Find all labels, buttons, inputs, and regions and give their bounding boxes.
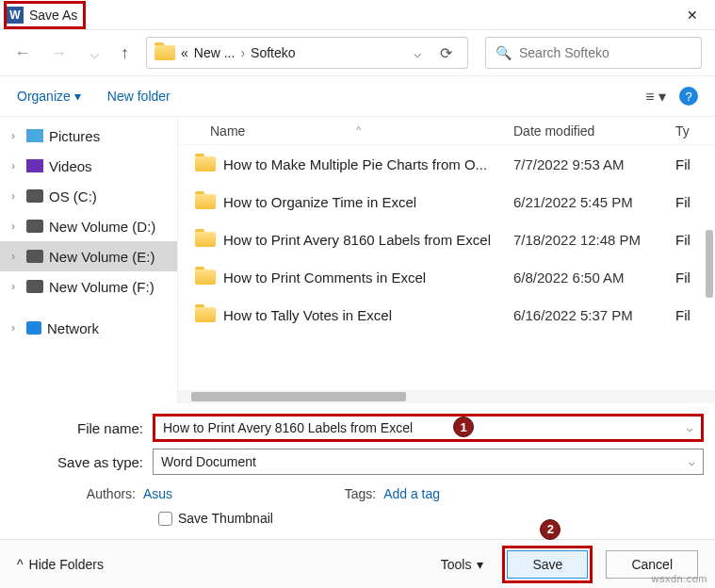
filename-input[interactable]: How to Print Avery 8160 Labels from Exce… <box>153 414 704 442</box>
file-list: How to Make Multiple Pie Charts from O..… <box>178 145 715 390</box>
folder-icon <box>195 307 216 322</box>
savetype-label: Save as type: <box>11 454 153 470</box>
titlebar: W Save As ✕ <box>0 0 715 30</box>
chevron-down-icon[interactable]: ⌵ <box>689 456 695 468</box>
search-box[interactable]: 🔍 <box>485 37 702 69</box>
table-row[interactable]: How to Print Comments in Excel6/8/2022 6… <box>178 258 715 296</box>
sidebar-item[interactable]: ›New Volume (F:) <box>0 271 177 302</box>
chevron-right-icon: › <box>11 280 21 293</box>
save-form: File name: How to Print Avery 8160 Label… <box>0 403 715 539</box>
authors-value[interactable]: Asus <box>143 486 172 501</box>
refresh-icon[interactable]: ⟳ <box>432 44 460 62</box>
drive-icon <box>26 321 41 335</box>
back-button[interactable]: ← <box>13 43 32 63</box>
watermark: wsxdn.com <box>651 573 707 584</box>
breadcrumb-dropdown[interactable]: ⌵ <box>408 45 427 60</box>
sidebar-item[interactable]: ›New Volume (D:) <box>0 211 177 241</box>
file-date: 6/21/2022 5:45 PM <box>513 194 675 210</box>
search-icon: 🔍 <box>496 45 512 60</box>
recent-dropdown[interactable]: ⌵ <box>85 42 104 63</box>
new-folder-button[interactable]: New folder <box>107 89 171 104</box>
save-button[interactable]: Save <box>507 550 588 579</box>
thumbnail-checkbox[interactable] <box>158 512 172 526</box>
help-icon[interactable]: ? <box>679 87 698 106</box>
view-options-button[interactable]: ≡ ▾ <box>645 88 666 106</box>
folder-icon <box>195 156 216 172</box>
sidebar-item-label: Videos <box>49 158 92 174</box>
up-button[interactable]: ↑ <box>121 43 129 63</box>
hide-folders-label: Hide Folders <box>29 557 104 572</box>
col-name[interactable]: Name <box>210 123 245 139</box>
file-type: Fil <box>675 270 702 286</box>
search-input[interactable] <box>519 45 691 60</box>
file-name: How to Print Avery 8160 Labels from Exce… <box>223 232 513 248</box>
file-date: 7/18/2022 12:48 PM <box>513 232 675 248</box>
v-scroll-thumb[interactable] <box>706 230 713 298</box>
breadcrumb[interactable]: « New ... › Softeko ⌵ ⟳ <box>146 37 468 69</box>
savetype-combo[interactable]: Word Document ⌵ <box>153 449 704 475</box>
folder-icon <box>154 45 175 60</box>
tags-value[interactable]: Add a tag <box>383 486 440 501</box>
chevron-right-icon: › <box>11 321 21 335</box>
sidebar-item[interactable]: ›New Volume (E:) <box>0 241 177 271</box>
main-split: ›Pictures›Videos›OS (C:)›New Volume (D:)… <box>0 117 715 403</box>
chevron-down-icon: ▾ <box>74 89 81 104</box>
file-date: 7/7/2022 9:53 AM <box>513 156 675 172</box>
footer: ^ Hide Folders Tools ▾ 2 Save Cancel <box>0 539 715 588</box>
chevron-right-icon: › <box>11 129 21 142</box>
column-header[interactable]: Name^ Date modified Ty <box>178 117 715 145</box>
drive-icon <box>26 129 43 142</box>
col-type[interactable]: Ty <box>675 123 702 139</box>
word-app-icon: W <box>7 7 24 24</box>
file-name: How to Organize Time in Excel <box>223 194 513 210</box>
title-highlight: W Save As <box>4 1 86 29</box>
sidebar-item-label: New Volume (F:) <box>49 279 154 295</box>
drive-icon <box>26 159 43 172</box>
drive-icon <box>26 280 43 293</box>
tags-label: Tags: <box>338 486 383 501</box>
drive-icon <box>26 220 43 233</box>
callout-2: 2 <box>540 519 561 540</box>
table-row[interactable]: How to Make Multiple Pie Charts from O..… <box>178 145 715 183</box>
h-scrollbar[interactable] <box>178 390 715 403</box>
organize-button[interactable]: Organize ▾ <box>17 89 81 104</box>
table-row[interactable]: How to Organize Time in Excel6/21/2022 5… <box>178 183 715 220</box>
thumbnail-label: Save Thumbnail <box>178 511 273 526</box>
sidebar-item[interactable]: ›Network <box>0 313 177 343</box>
chevron-right-icon: › <box>11 250 21 263</box>
file-date: 6/8/2022 6:50 AM <box>513 270 675 286</box>
chevron-down-icon: ▾ <box>477 557 483 572</box>
sidebar-item-label: New Volume (E:) <box>49 249 155 265</box>
tools-button[interactable]: Tools ▾ <box>441 557 484 572</box>
file-type: Fil <box>675 194 702 210</box>
window-title: Save As <box>29 8 77 23</box>
file-date: 6/16/2022 5:37 PM <box>513 307 675 323</box>
table-row[interactable]: How to Tally Votes in Excel6/16/2022 5:3… <box>178 296 715 334</box>
sidebar-item-label: New Volume (D:) <box>49 219 155 235</box>
folder-icon <box>195 270 216 285</box>
file-name: How to Print Comments in Excel <box>223 270 513 286</box>
breadcrumb-seg1[interactable]: New ... <box>194 45 236 60</box>
filename-value: How to Print Avery 8160 Labels from Exce… <box>163 420 413 435</box>
folder-icon <box>195 194 216 209</box>
hide-folders-button[interactable]: ^ Hide Folders <box>17 557 104 572</box>
sidebar-item[interactable]: ›Videos <box>0 151 177 181</box>
scroll-thumb[interactable] <box>191 392 406 401</box>
breadcrumb-seg2[interactable]: Softeko <box>251 45 295 60</box>
file-name: How to Make Multiple Pie Charts from O..… <box>223 156 513 172</box>
col-date[interactable]: Date modified <box>513 123 675 139</box>
forward-button[interactable]: → <box>49 43 68 63</box>
chevron-right-icon: › <box>11 189 21 203</box>
close-icon[interactable]: ✕ <box>679 4 706 26</box>
organize-label: Organize <box>17 89 71 104</box>
table-row[interactable]: How to Print Avery 8160 Labels from Exce… <box>178 220 715 258</box>
sidebar-item[interactable]: ›OS (C:) <box>0 181 177 211</box>
chevron-down-icon[interactable]: ⌵ <box>687 422 693 434</box>
file-type: Fil <box>675 156 702 172</box>
drive-icon <box>26 250 43 263</box>
folder-icon <box>195 232 216 247</box>
sidebar: ›Pictures›Videos›OS (C:)›New Volume (D:)… <box>0 117 177 403</box>
breadcrumb-sep: › <box>240 45 245 60</box>
sidebar-item[interactable]: ›Pictures <box>0 121 177 151</box>
savetype-value: Word Document <box>161 454 256 469</box>
